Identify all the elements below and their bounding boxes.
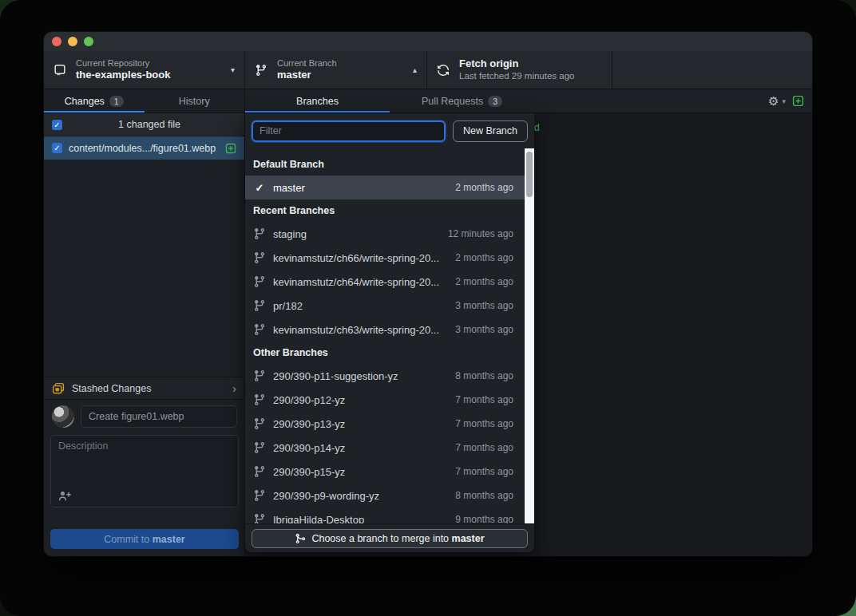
branch-name: 290/390-p11-suggestion-yz — [273, 370, 448, 382]
branch-time: 12 minutes ago — [448, 228, 513, 239]
stash-icon — [52, 382, 65, 395]
branch-row[interactable]: kevinamstutz/ch63/write-spring-20...3 mo… — [245, 318, 534, 342]
current-repository-button[interactable]: Current Repository the-examples-book ▾ — [44, 51, 245, 89]
scrollbar-thumb[interactable] — [526, 152, 533, 197]
merge-bar: Choose a branch to merge into master — [245, 523, 534, 552]
gear-chevron-down-icon[interactable]: ▾ — [782, 97, 786, 105]
branch-row[interactable]: pr/1823 months ago — [245, 294, 534, 318]
fetch-origin-subtitle: Last fetched 29 minutes ago — [459, 70, 575, 81]
git-branch-icon — [255, 64, 268, 77]
user-avatar — [52, 405, 74, 428]
current-repository-label: Current Repository — [76, 58, 170, 69]
branch-row[interactable]: IbrigaHilda-Desktop9 months ago — [245, 507, 534, 523]
git-branch-icon — [253, 513, 266, 523]
branch-time: 8 months ago — [455, 370, 513, 381]
tab-changes[interactable]: Changes 1 — [44, 89, 145, 113]
tab-branches-label: Branches — [296, 96, 339, 107]
branch-row[interactable]: 290/390-p12-yz7 months ago — [245, 388, 534, 412]
toolbar: Current Repository the-examples-book ▾ C… — [44, 51, 812, 89]
branch-name: 290/390-p15-yz — [273, 466, 448, 478]
current-branch-label: Current Branch — [277, 58, 337, 69]
titlebar — [44, 32, 812, 51]
branch-row[interactable]: 290/390-p9-wording-yz8 months ago — [245, 484, 534, 507]
select-all-checkbox[interactable]: ✓ — [52, 120, 62, 130]
branch-name: 290/390-p12-yz — [273, 394, 448, 406]
branch-time: 8 months ago — [455, 490, 513, 501]
sidebar-tabs: Changes 1 History — [44, 89, 245, 113]
tab-branches[interactable]: Branches — [245, 89, 390, 113]
branch-time: 3 months ago — [455, 324, 513, 335]
current-branch-value: master — [277, 69, 337, 81]
branch-filter-input[interactable] — [252, 120, 446, 142]
branch-time: 7 months ago — [455, 418, 513, 429]
fetch-origin-label: Fetch origin — [459, 57, 575, 70]
tab-strip: Changes 1 History Branches Pull Requests… — [44, 89, 812, 113]
add-coauthor-icon[interactable] — [58, 489, 71, 502]
popover-tabs: Branches Pull Requests 3 — [245, 89, 534, 113]
tab-history[interactable]: History — [145, 89, 245, 113]
toolbar-spacer — [612, 51, 812, 89]
branch-row[interactable]: 290/390-p13-yz7 months ago — [245, 412, 534, 436]
branch-time: 7 months ago — [455, 466, 513, 477]
stashed-changes-row[interactable]: Stashed Changes › — [44, 377, 244, 400]
branch-row[interactable]: kevinamstutz/ch64/write-spring-20...2 mo… — [245, 270, 534, 294]
branch-time: 3 months ago — [455, 300, 513, 311]
content-area: d ✓ 1 changed file ✓ content/modules.../… — [44, 113, 812, 556]
branch-group-header: Default Branch — [245, 153, 534, 176]
branch-name: pr/182 — [273, 300, 448, 312]
repository-icon — [54, 64, 66, 77]
commit-description-box — [50, 435, 239, 507]
git-branch-icon — [253, 275, 266, 288]
branch-row[interactable]: kevinamstutz/ch66/write-spring-20...2 mo… — [245, 246, 534, 270]
changes-sidebar: ✓ 1 changed file ✓ content/modules.../fi… — [44, 113, 245, 556]
diff-header: ⚙ ▾ — [534, 89, 812, 113]
new-branch-button[interactable]: New Branch — [453, 120, 528, 142]
git-branch-icon — [253, 251, 266, 264]
tab-pull-requests[interactable]: Pull Requests 3 — [390, 89, 534, 113]
commit-button-prefix: Commit to — [104, 534, 152, 545]
branch-time: 7 months ago — [455, 394, 513, 405]
fetch-origin-button[interactable]: Fetch origin Last fetched 29 minutes ago — [427, 51, 612, 89]
branches-popover: New Branch Default Branch✓master2 months… — [245, 113, 534, 552]
commit-button-branch: master — [153, 534, 185, 545]
close-window-button[interactable] — [52, 37, 61, 46]
choose-merge-branch-button[interactable]: Choose a branch to merge into master — [252, 529, 528, 548]
minimize-window-button[interactable] — [68, 37, 77, 46]
changed-file-row[interactable]: ✓ content/modules.../figure01.webp — [44, 136, 244, 160]
stashed-changes-label: Stashed Changes — [72, 383, 225, 394]
git-branch-icon — [253, 441, 266, 454]
chevron-up-icon: ▴ — [402, 65, 417, 74]
branch-row[interactable]: 290/390-p14-yz7 months ago — [245, 436, 534, 460]
file-checkbox[interactable]: ✓ — [52, 143, 62, 153]
branch-name: 290/390-p14-yz — [273, 442, 448, 454]
diff-stray-text: d — [534, 122, 540, 133]
branch-row[interactable]: ✓master2 months ago — [245, 176, 534, 199]
current-repository-value: the-examples-book — [76, 69, 170, 81]
branch-filter-row: New Branch — [245, 113, 534, 148]
diff-added-icon[interactable] — [792, 95, 804, 107]
chevron-right-icon: › — [232, 381, 236, 395]
branch-row[interactable]: 290/390-p15-yz7 months ago — [245, 460, 534, 484]
git-branch-icon — [253, 299, 266, 312]
branch-row[interactable]: staging12 minutes ago — [245, 222, 534, 246]
branch-list-scrollbar[interactable] — [525, 148, 534, 523]
branch-group-header: Recent Branches — [245, 199, 534, 222]
check-icon: ✓ — [253, 181, 266, 194]
branch-list: Default Branch✓master2 months agoRecent … — [245, 148, 534, 523]
gear-icon[interactable]: ⚙ — [768, 95, 779, 107]
branch-time: 2 months ago — [455, 276, 513, 287]
current-branch-button[interactable]: Current Branch master ▴ — [245, 51, 427, 89]
branch-name: 290/390-p13-yz — [273, 418, 448, 430]
file-added-status-icon — [225, 143, 236, 154]
merge-button-branch: master — [452, 533, 485, 544]
branch-name: master — [273, 182, 448, 194]
commit-summary-input[interactable] — [81, 405, 237, 428]
git-branch-icon — [253, 369, 266, 382]
tab-pull-requests-label: Pull Requests — [422, 96, 483, 107]
tab-changes-label: Changes — [65, 96, 105, 107]
branch-row[interactable]: 290/390-p11-suggestion-yz8 months ago — [245, 364, 534, 388]
zoom-window-button[interactable] — [84, 37, 93, 46]
commit-description-input[interactable] — [51, 436, 238, 490]
git-branch-icon — [253, 465, 266, 478]
commit-button[interactable]: Commit to master — [50, 529, 239, 549]
